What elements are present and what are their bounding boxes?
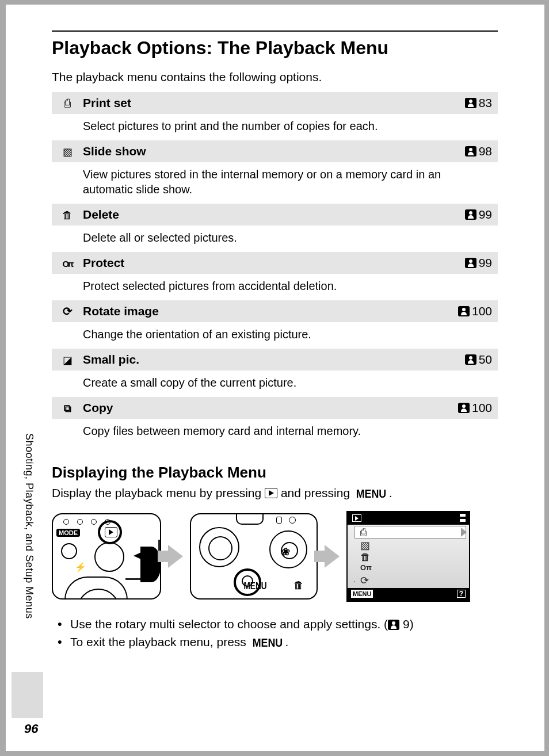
selected-menu-item [354, 526, 466, 539]
option-desc: Delete all or selected pictures. [52, 226, 498, 252]
option-desc: Protect selected pictures from accidenta… [52, 274, 498, 300]
option-label: Copy [83, 401, 458, 415]
page-ref-number: 99 [479, 208, 492, 222]
battery-icon [460, 514, 466, 522]
bullet-text: . [285, 635, 289, 648]
bullet-text: ) [410, 617, 414, 631]
menu-button-icon: MENU [252, 634, 283, 651]
rotate-image-icon [63, 304, 73, 318]
page-title: Playback Options: The Playback Menu [52, 37, 498, 59]
knob-icon [61, 543, 77, 559]
help-icon: ? [457, 590, 466, 598]
heading-rule [52, 30, 498, 32]
page-number: 96 [24, 721, 38, 736]
camera-back-diagram-2: ❀ MENU 🗑 [190, 513, 318, 600]
delete-icon: 🗑 [293, 579, 304, 591]
page-ref-number: 100 [472, 304, 492, 318]
subheading: Displaying the Playback Menu [52, 464, 498, 482]
page-ref-icon [465, 354, 476, 365]
delete-icon [62, 208, 73, 222]
option-desc: Create a small copy of the current pictu… [52, 371, 498, 397]
led-icon [289, 517, 296, 524]
page-ref-icon [465, 258, 476, 268]
option-page-ref: 100 [458, 401, 492, 415]
option-desc: View pictures stored in the internal mem… [52, 162, 498, 204]
option-desc: Select pictures to print and the number … [52, 114, 498, 140]
step-arrow-icon [325, 545, 340, 568]
menu-label: MENU [244, 581, 267, 591]
option-row-delete: Delete 99 [52, 204, 498, 226]
multi-selector-icon [94, 542, 124, 572]
bullet-text: To exit the playback menu, press [70, 635, 250, 648]
page-ref-number: 99 [479, 256, 492, 270]
slide-show-icon [63, 145, 73, 158]
small-pic-icon [63, 353, 73, 366]
option-page-ref: 98 [465, 144, 492, 158]
option-label: Slide show [83, 144, 465, 158]
lens-outline [64, 576, 128, 600]
screen-menu-icon: ⎙ [360, 526, 367, 539]
copy-icon [64, 402, 71, 415]
playback-mode-icon [352, 514, 361, 522]
page-ref-icon [458, 403, 470, 413]
option-label: Print set [83, 96, 465, 110]
option-row-print-set: Print set 83 [52, 92, 498, 114]
page-ref-icon [458, 306, 470, 316]
list-item: To exit the playback menu, press MENU. [54, 633, 498, 651]
screen-menu-icon: ⟳ [360, 574, 369, 587]
camera-back-diagram-1: MODE ⚡ [52, 513, 161, 600]
page-ref-icon [465, 98, 476, 108]
list-item: Use the rotary multi selector to choose … [54, 616, 498, 632]
screen-menu-icon: 🗑 [360, 551, 371, 563]
instruction-text: . [389, 486, 392, 499]
instruction-text: and pressing [281, 486, 353, 499]
section-tab-label: Shooting, Playback, and Setup Menus [23, 433, 35, 619]
screen-menu-icon: ▧ [360, 539, 370, 552]
option-page-ref: 99 [465, 256, 492, 270]
diagram-strip: MODE ⚡ ❀ MENU [52, 511, 498, 602]
page-ref-number: 9 [403, 617, 410, 631]
page-ref-number: 100 [472, 401, 492, 415]
side-tab [12, 672, 43, 718]
instruction-text: Display the playback menu by pressing [52, 486, 265, 499]
print-set-icon [64, 97, 71, 110]
option-label: Rotate image [83, 304, 458, 318]
option-page-ref: 50 [465, 353, 492, 366]
option-row-rotate-image: Rotate image 100 [52, 300, 498, 322]
playback-button-icon [265, 488, 277, 498]
screen-menu-icon: Oπ [360, 563, 372, 572]
option-row-slide-show: Slide show 98 [52, 140, 498, 162]
flash-icon: ⚡ [75, 562, 86, 572]
page-ref-number: 98 [479, 144, 492, 158]
option-row-protect: Protect 99 [52, 252, 498, 274]
option-page-ref: 83 [465, 96, 492, 110]
page-ref-icon [388, 620, 399, 630]
bullet-text: Use the rotary multi selector to choose … [70, 617, 388, 631]
mode-label: MODE [56, 529, 80, 537]
camera-screen-diagram: ⎙ ▧ 🗑 Oπ · ⟳ MENU ? [346, 511, 470, 602]
menu-button-icon: MENU [356, 487, 387, 501]
bullet-list: Use the rotary multi selector to choose … [52, 616, 498, 651]
led-icon [276, 517, 282, 524]
step-arrow-icon [168, 545, 183, 568]
option-label: Protect [83, 256, 465, 270]
viewfinder-outline [236, 514, 264, 525]
protect-icon [62, 257, 72, 270]
option-page-ref: 99 [465, 208, 492, 222]
macro-icon: ❀ [281, 545, 290, 558]
option-label: Small pic. [83, 353, 465, 366]
page-ref-number: 83 [479, 96, 492, 110]
option-label: Delete [83, 208, 465, 222]
highlight-circle-icon [98, 520, 122, 544]
option-row-small-pic: Small pic. 50 [52, 349, 498, 371]
option-page-ref: 100 [458, 304, 492, 318]
page-ref-icon [465, 146, 476, 156]
option-desc: Change the orientation of an existing pi… [52, 322, 498, 349]
selector-wheel-icon [199, 527, 239, 567]
option-desc: Copy files between memory card and inter… [52, 419, 498, 445]
option-row-copy: Copy 100 [52, 397, 498, 419]
menu-footer-label: MENU [351, 590, 373, 598]
page-ref-number: 50 [479, 353, 492, 366]
page-ref-icon [465, 209, 476, 220]
display-instruction: Display the playback menu by pressing an… [52, 486, 498, 501]
